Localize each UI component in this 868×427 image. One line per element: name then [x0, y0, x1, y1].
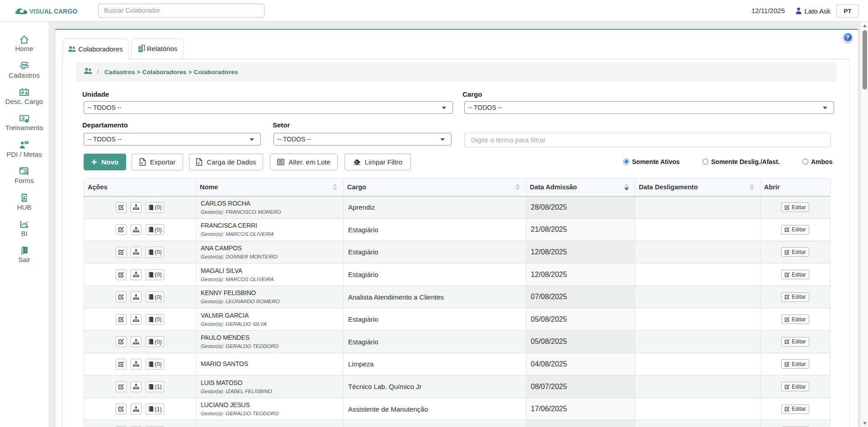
svg-text:x: x	[198, 160, 200, 165]
svg-text:x: x	[141, 160, 143, 165]
